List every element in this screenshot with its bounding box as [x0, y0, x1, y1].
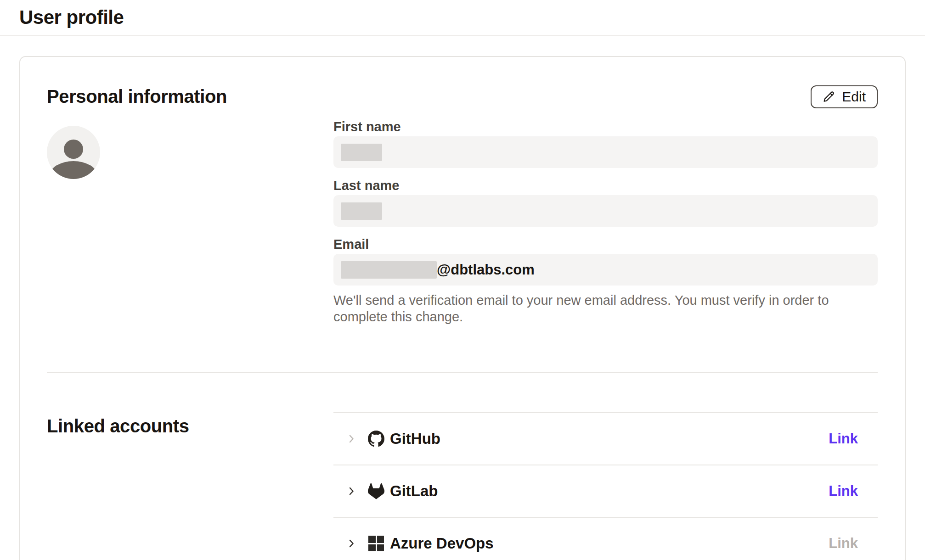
email-group: Email @dbtlabs.com We'll send a verifica… — [333, 238, 878, 325]
edit-button[interactable]: Edit — [811, 85, 878, 108]
first-name-label: First name — [333, 120, 878, 134]
edit-button-label: Edit — [842, 89, 866, 105]
personal-info-header: Personal information Edit — [47, 85, 878, 108]
email-input[interactable]: @dbtlabs.com — [333, 254, 878, 286]
account-row-azure-devops[interactable]: Azure DevOps Link — [333, 518, 878, 560]
linked-accounts-list: GitHub Link GitLab Link — [333, 412, 878, 560]
email-helper-text: We'll send a verification email to your … — [333, 292, 878, 325]
person-silhouette-icon — [64, 140, 83, 159]
gitlab-icon — [368, 483, 384, 499]
chevron-right-icon[interactable] — [345, 432, 358, 445]
first-name-input[interactable] — [333, 136, 878, 168]
github-link-action[interactable]: Link — [829, 431, 878, 447]
email-domain-suffix: @dbtlabs.com — [437, 262, 535, 278]
linked-accounts-heading-column: Linked accounts — [47, 412, 333, 560]
account-row-gitlab[interactable]: GitLab Link — [333, 465, 878, 518]
linked-accounts-section: Linked accounts GitHub Link — [47, 412, 878, 560]
profile-card: Personal information Edit First name — [19, 56, 906, 560]
linked-accounts-heading: Linked accounts — [47, 415, 333, 437]
last-name-group: Last name — [333, 179, 878, 227]
page-title: User profile — [19, 6, 124, 28]
section-divider — [47, 372, 878, 373]
avatar — [47, 126, 100, 179]
last-name-label: Last name — [333, 179, 878, 192]
personal-info-body: First name Last name Email @dbtlabs.com … — [47, 120, 878, 336]
gitlab-link-action[interactable]: Link — [829, 483, 878, 499]
account-name: GitLab — [390, 482, 438, 500]
email-label: Email — [333, 238, 878, 251]
azure-devops-link-action-disabled: Link — [829, 535, 878, 552]
redacted-value — [341, 144, 382, 161]
account-name: Azure DevOps — [390, 535, 494, 552]
redacted-value — [341, 202, 382, 220]
page-header: User profile — [0, 0, 925, 36]
github-icon — [368, 431, 384, 447]
azure-devops-icon — [368, 535, 384, 552]
chevron-right-icon[interactable] — [345, 485, 358, 498]
avatar-column — [47, 120, 333, 336]
first-name-group: First name — [333, 120, 878, 168]
account-row-github[interactable]: GitHub Link — [333, 413, 878, 465]
personal-info-heading: Personal information — [47, 85, 227, 107]
personal-info-form: First name Last name Email @dbtlabs.com … — [333, 120, 878, 336]
redacted-value — [341, 261, 437, 279]
pencil-icon — [823, 90, 835, 103]
chevron-right-icon[interactable] — [345, 537, 358, 550]
account-name: GitHub — [390, 430, 440, 448]
last-name-input[interactable] — [333, 195, 878, 227]
